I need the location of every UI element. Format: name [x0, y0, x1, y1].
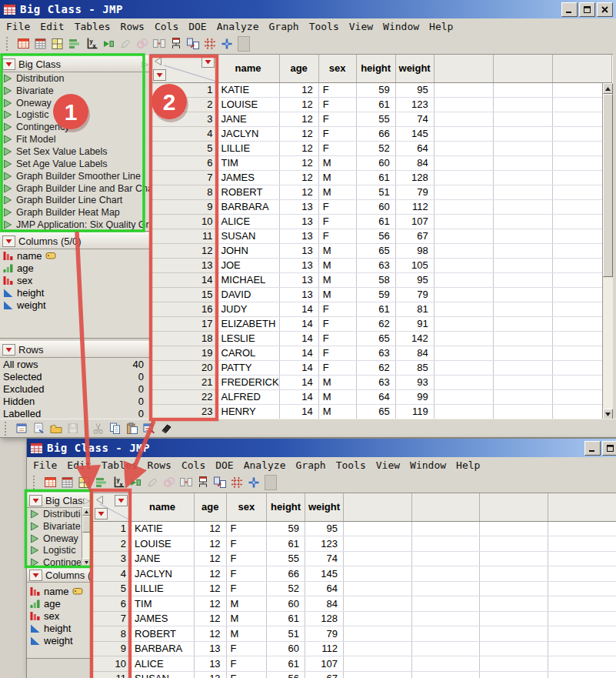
- cell-weight[interactable]: 74: [305, 551, 344, 566]
- tile-windows-icon[interactable]: [76, 475, 93, 490]
- empty-cell[interactable]: [434, 404, 493, 419]
- cell-height[interactable]: 59: [356, 82, 395, 97]
- script-item[interactable]: Logistic: [0, 109, 150, 122]
- add-window-icon[interactable]: [245, 475, 262, 490]
- eraser-icon[interactable]: [158, 421, 175, 436]
- empty-cell[interactable]: [493, 185, 552, 199]
- cell-name[interactable]: FREDERICK: [217, 375, 279, 389]
- cell-sex[interactable]: M: [318, 272, 356, 287]
- cell-height[interactable]: 65: [356, 404, 395, 419]
- empty-cell[interactable]: [493, 199, 552, 214]
- cell-weight[interactable]: 91: [395, 316, 434, 331]
- empty-cell[interactable]: [434, 346, 493, 360]
- row-number[interactable]: 5: [151, 141, 217, 155]
- row-number[interactable]: 20: [151, 360, 217, 375]
- script-item[interactable]: Graph Builder Smoother Line: [0, 170, 150, 182]
- cell-sex[interactable]: M: [226, 626, 267, 642]
- empty-cell[interactable]: [434, 243, 493, 258]
- row-number[interactable]: 7: [92, 611, 131, 626]
- cell-height[interactable]: 63: [356, 258, 395, 272]
- cell-age[interactable]: 12: [194, 536, 226, 552]
- graph-builder-icon[interactable]: [66, 36, 83, 52]
- cell-sex[interactable]: M: [318, 287, 356, 302]
- cell-sex[interactable]: F: [226, 641, 267, 656]
- row-number[interactable]: 7: [151, 170, 217, 185]
- row-number[interactable]: 18: [151, 331, 217, 346]
- cell-height[interactable]: 60: [267, 596, 305, 612]
- cell-name[interactable]: LOUISE: [131, 536, 195, 552]
- column-header-name[interactable]: name: [217, 55, 279, 82]
- new-data-table-icon[interactable]: [15, 36, 32, 52]
- cell-height[interactable]: 61: [356, 214, 395, 229]
- empty-cell[interactable]: [493, 331, 552, 346]
- empty-cell[interactable]: [411, 536, 480, 552]
- empty-cell[interactable]: [434, 272, 493, 287]
- cell-name[interactable]: CAROL: [217, 346, 279, 360]
- cell-weight[interactable]: 95: [305, 521, 344, 536]
- menu-analyze[interactable]: Analyze: [244, 459, 286, 471]
- cell-age[interactable]: 12: [279, 185, 318, 199]
- summary-icon[interactable]: [32, 36, 49, 52]
- columns-red-triangle-button[interactable]: [115, 495, 128, 506]
- row-number[interactable]: 22: [151, 389, 217, 404]
- edit-icon[interactable]: [144, 475, 161, 490]
- row-number[interactable]: 17: [151, 316, 217, 331]
- script-item[interactable]: Distribution: [0, 72, 150, 85]
- cell-age[interactable]: 12: [194, 596, 226, 612]
- cell-name[interactable]: JACLYN: [217, 126, 279, 141]
- add-window-icon[interactable]: [218, 36, 235, 52]
- cell-sex[interactable]: M: [318, 185, 356, 199]
- empty-cell[interactable]: [493, 272, 552, 287]
- column-item-weight[interactable]: weight: [27, 634, 92, 646]
- menu-edit[interactable]: Edit: [67, 459, 91, 471]
- red-triangle-menu-icon[interactable]: [2, 235, 15, 247]
- cell-height[interactable]: 59: [356, 287, 395, 302]
- empty-cell[interactable]: [493, 360, 552, 375]
- cell-height[interactable]: 55: [356, 112, 395, 126]
- empty-cell[interactable]: [548, 581, 616, 596]
- red-triangle-menu-icon[interactable]: [2, 344, 15, 356]
- cell-sex[interactable]: F: [318, 97, 356, 112]
- empty-cell[interactable]: [434, 112, 493, 126]
- doe-design-icon[interactable]: [228, 475, 245, 490]
- panel-splitter-icon[interactable]: ▷: [142, 59, 148, 69]
- cell-weight[interactable]: 112: [395, 199, 434, 214]
- cell-weight[interactable]: 79: [305, 626, 344, 642]
- empty-cell[interactable]: [493, 404, 552, 419]
- row-number[interactable]: 1: [151, 82, 217, 97]
- cell-height[interactable]: 61: [356, 97, 395, 112]
- script-item[interactable]: Set Sex Value Labels: [0, 145, 150, 158]
- cell-weight[interactable]: 123: [395, 97, 434, 112]
- empty-cell[interactable]: [493, 302, 552, 316]
- cell-sex[interactable]: M: [226, 611, 267, 626]
- row-number[interactable]: 12: [151, 243, 217, 258]
- column-header-sex[interactable]: sex: [226, 493, 267, 521]
- table-panel-header[interactable]: Big Class ▷: [27, 493, 92, 508]
- table-corner-cell[interactable]: [92, 493, 131, 521]
- empty-cell[interactable]: [411, 626, 480, 642]
- cell-height[interactable]: 60: [356, 155, 395, 170]
- cell-age[interactable]: 12: [279, 141, 318, 155]
- empty-cell[interactable]: [480, 656, 548, 672]
- cell-sex[interactable]: F: [226, 566, 267, 582]
- column-header-weight[interactable]: weight: [305, 493, 344, 521]
- column-item-age[interactable]: age: [27, 597, 92, 610]
- script-item[interactable]: Logistic: [27, 545, 81, 557]
- empty-cell[interactable]: [548, 551, 616, 566]
- menu-help[interactable]: Help: [456, 459, 480, 471]
- cell-height[interactable]: 65: [356, 243, 395, 258]
- empty-cell[interactable]: [434, 360, 493, 375]
- row-number[interactable]: 3: [151, 112, 217, 126]
- brush-icon[interactable]: [161, 475, 178, 490]
- row-number[interactable]: 13: [151, 258, 217, 272]
- empty-cell[interactable]: [434, 287, 493, 302]
- empty-cell[interactable]: [434, 141, 493, 155]
- cell-weight[interactable]: 85: [395, 360, 434, 375]
- empty-cell[interactable]: [493, 229, 552, 243]
- empty-cell[interactable]: [343, 596, 411, 612]
- cell-name[interactable]: MICHAEL: [217, 272, 279, 287]
- cell-height[interactable]: 66: [267, 566, 305, 582]
- cell-age[interactable]: 12: [279, 155, 318, 170]
- toolbar-grip[interactable]: [6, 37, 10, 51]
- cell-sex[interactable]: F: [318, 346, 356, 360]
